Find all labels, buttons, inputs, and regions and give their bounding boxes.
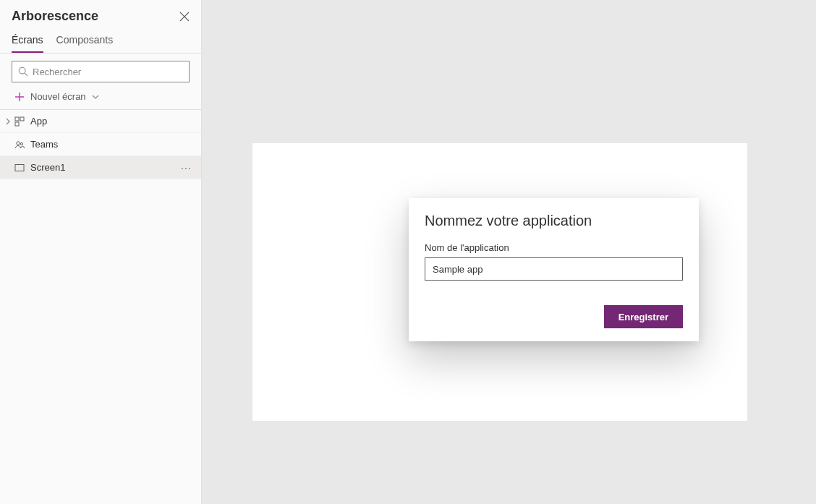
tab-components[interactable]: Composants	[56, 30, 114, 53]
tab-screens[interactable]: Écrans	[12, 30, 43, 53]
svg-point-0	[19, 67, 25, 74]
svg-rect-1	[15, 117, 19, 121]
search-container	[0, 54, 201, 87]
more-icon[interactable]: ···	[181, 162, 192, 174]
screen-canvas[interactable]: Nommez votre application Nom de l'applic…	[252, 143, 747, 421]
screen-icon	[14, 163, 25, 173]
new-screen-button[interactable]: Nouvel écran	[0, 87, 201, 110]
name-app-dialog: Nommez votre application Nom de l'applic…	[409, 198, 699, 341]
dialog-actions: Enregistrer	[425, 305, 683, 328]
tree-item-teams[interactable]: Teams	[0, 133, 201, 156]
tree-item-screen1[interactable]: Screen1 ···	[0, 156, 201, 179]
new-screen-label: Nouvel écran	[30, 91, 86, 102]
app-name-label: Nom de l'application	[425, 242, 683, 253]
chevron-right-icon	[4, 118, 12, 125]
svg-rect-6	[15, 164, 24, 171]
search-box[interactable]	[12, 61, 190, 82]
app-name-input[interactable]	[425, 257, 683, 281]
tree-item-label: Screen1	[30, 162, 181, 173]
chevron-down-icon	[92, 93, 99, 101]
app-icon	[14, 116, 25, 127]
svg-point-4	[17, 141, 20, 144]
tree-item-label: App	[30, 116, 192, 127]
teams-icon	[14, 140, 25, 150]
tree: App Teams Screen1 ···	[0, 110, 201, 179]
plus-icon	[14, 92, 25, 102]
sidebar-title: Arborescence	[12, 9, 98, 24]
save-button[interactable]: Enregistrer	[604, 305, 683, 328]
svg-rect-2	[20, 117, 24, 121]
canvas-area: Nommez votre application Nom de l'applic…	[202, 0, 816, 504]
tree-item-app[interactable]: App	[0, 110, 201, 133]
sidebar-tabs: Écrans Composants	[0, 30, 201, 54]
svg-point-5	[20, 142, 22, 145]
dialog-title: Nommez votre application	[425, 213, 683, 229]
close-icon[interactable]	[179, 12, 190, 22]
sidebar-header: Arborescence	[0, 0, 201, 30]
search-input[interactable]	[33, 67, 183, 77]
tree-view-panel: Arborescence Écrans Composants Nouvel éc…	[0, 0, 202, 504]
svg-rect-3	[15, 122, 19, 126]
tree-item-label: Teams	[30, 139, 192, 150]
search-icon	[18, 67, 28, 77]
